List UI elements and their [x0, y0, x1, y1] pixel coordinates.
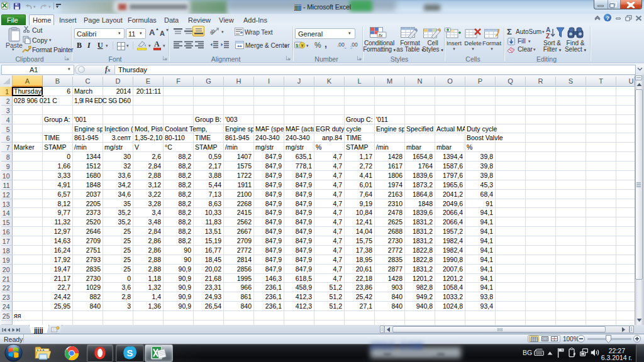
svg-text:Z: Z [546, 33, 550, 39]
svg-text:¥: ¥ [301, 43, 304, 48]
svg-text:S: S [127, 348, 133, 358]
svg-text:$: $ [296, 43, 299, 48]
svg-text:fx: fx [379, 33, 383, 38]
